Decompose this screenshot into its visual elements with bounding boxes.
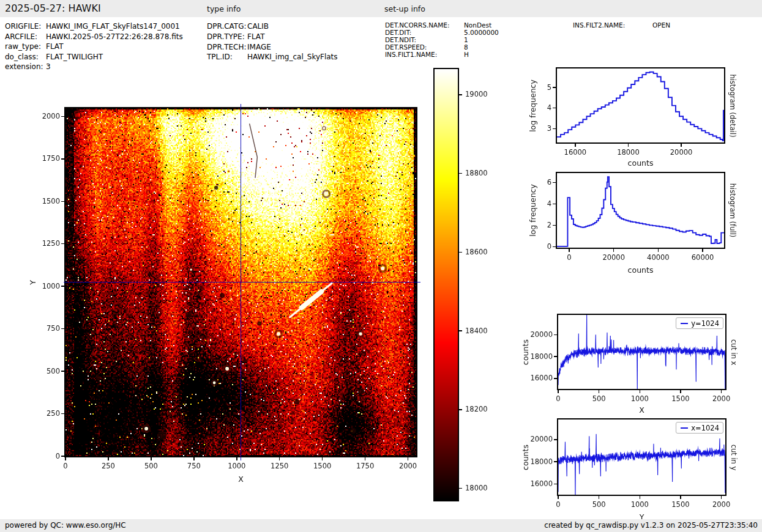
y-tick-label: 500 <box>29 367 60 375</box>
x-tick <box>702 249 703 252</box>
x-tick <box>658 249 659 252</box>
y-tick-label: 0 <box>29 452 60 460</box>
footer-powered-by: powered by QC: www.eso.org/HC <box>5 521 126 530</box>
hist_full-right-label: histogram (full) <box>728 183 737 238</box>
x-tick-label: 750 <box>173 462 215 470</box>
y-tick <box>61 201 64 202</box>
y-tick <box>554 461 557 462</box>
x-tick <box>680 496 681 499</box>
y-tick-label: 1750 <box>29 154 60 163</box>
qc-report-page: 2025-05-27: HAWKI type info set-up info … <box>0 0 762 532</box>
y-tick <box>553 225 556 226</box>
y-tick <box>553 87 556 88</box>
colorbar-tick <box>459 94 462 95</box>
x-tick-label: 1500 <box>301 462 344 470</box>
x-tick-label: 2000 <box>700 500 743 509</box>
legend-line-swatch <box>681 427 688 429</box>
y-tick <box>61 328 64 330</box>
y-tick-label: 2000 <box>29 112 60 120</box>
main_image-canvas <box>65 108 416 456</box>
x-tick <box>640 496 641 499</box>
x-tick-label: 40000 <box>637 253 679 262</box>
x-tick <box>322 457 323 460</box>
x-tick <box>408 457 409 460</box>
cut_x-right-label: cut in x <box>730 339 738 365</box>
hist_full-ylabel: log frequency <box>528 184 537 237</box>
colorbar-tick-label: 18200 <box>465 405 488 413</box>
legend-line-swatch <box>681 323 688 324</box>
y-tick-label: 1250 <box>29 239 60 248</box>
x-tick-label: 500 <box>578 500 621 509</box>
cut_x-legend: y=1024 <box>676 317 723 329</box>
y-tick <box>554 356 557 357</box>
footer-created-by: created by qc_rawdisp.py v1.2.3 on 2025-… <box>544 521 758 530</box>
x-tick-label: 2000 <box>387 462 430 470</box>
y-tick-label: 16000 <box>522 374 553 382</box>
x-tick-label: 1000 <box>618 500 661 509</box>
y-tick <box>553 246 556 248</box>
cut_y-right-label: cut in y <box>730 444 738 470</box>
colorbar-tick <box>459 173 462 174</box>
footer-bar: powered by QC: www.eso.org/HC created by… <box>0 519 762 532</box>
y-tick-label: 20000 <box>522 435 553 443</box>
x-tick <box>558 496 559 499</box>
x-tick-label: 0 <box>548 253 591 262</box>
colorbar-tick-label: 18800 <box>465 169 488 177</box>
cut_x-xlabel: X <box>558 405 725 415</box>
x-tick <box>236 457 237 460</box>
x-tick <box>681 144 682 147</box>
legend-label: x=1024 <box>691 424 719 432</box>
y-tick <box>554 439 557 440</box>
colorbar-tick-label: 18000 <box>465 484 488 492</box>
y-tick <box>553 128 556 130</box>
colorbar-tick-label: 18400 <box>465 327 488 335</box>
x-tick-label: 1750 <box>344 462 387 470</box>
y-tick-label: 0 <box>521 242 551 251</box>
colorbar-tick-label: 19000 <box>465 90 488 98</box>
cut_y-ylabel: counts <box>521 445 530 470</box>
cut_y-legend: x=1024 <box>676 422 723 434</box>
y-tick <box>553 204 556 205</box>
hist_detail-right-label: histogram (detail) <box>728 74 737 137</box>
colorbar-tick-label: 18600 <box>465 248 488 256</box>
x-tick-label: 0 <box>537 394 580 403</box>
y-tick <box>61 243 64 245</box>
colorbar-canvas <box>435 69 458 500</box>
x-tick <box>599 496 600 499</box>
hist_full-xlabel: counts <box>557 265 724 275</box>
x-tick <box>680 390 681 393</box>
x-tick-label: 20000 <box>660 148 703 157</box>
y-tick <box>61 286 64 287</box>
cut_x-ylabel: counts <box>521 339 530 365</box>
colorbar-tick <box>459 330 462 331</box>
y-tick-label: 16000 <box>522 479 553 488</box>
x-tick-label: 20000 <box>592 253 635 262</box>
y-tick-label: 750 <box>29 324 60 333</box>
y-tick-label: 20000 <box>522 330 553 339</box>
x-tick-label: 16000 <box>554 148 597 157</box>
y-tick <box>553 108 556 109</box>
figure-area: 0250500750100012501500175020000250500750… <box>0 0 762 532</box>
x-tick <box>569 249 570 252</box>
y-tick <box>554 334 557 336</box>
x-tick <box>279 457 280 460</box>
x-tick <box>193 457 195 460</box>
x-tick <box>599 390 600 393</box>
hist_detail-xlabel: counts <box>557 158 724 168</box>
hist_detail-canvas <box>557 68 724 142</box>
main_image-ylabel: Y <box>28 280 37 285</box>
x-tick <box>65 457 66 460</box>
x-tick-label: 250 <box>87 462 130 470</box>
y-tick <box>554 484 557 485</box>
x-tick-label: 500 <box>130 462 173 470</box>
y-tick <box>61 116 64 117</box>
main_image-xlabel: X <box>65 475 416 484</box>
x-tick-label: 1000 <box>215 462 258 470</box>
x-tick <box>558 390 559 393</box>
x-tick <box>613 249 614 252</box>
x-tick <box>365 457 366 460</box>
colorbar-tick <box>459 252 462 253</box>
y-tick <box>61 158 64 160</box>
x-tick <box>721 390 722 393</box>
x-tick <box>640 390 641 393</box>
